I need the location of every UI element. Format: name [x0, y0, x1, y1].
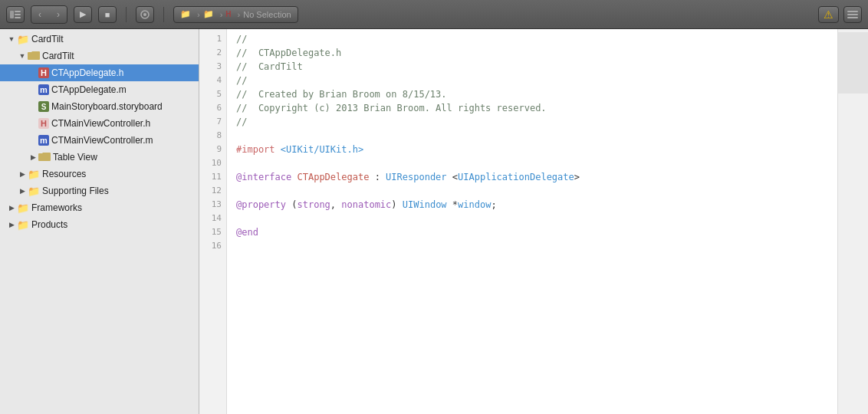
- tree-arrow[interactable]: ▼: [6, 34, 17, 44]
- sidebar: ▼📁CardTilt▼CardTiltHCTAppDelegate.hmCTAp…: [0, 29, 199, 414]
- folder-icon: 📁: [28, 185, 40, 197]
- m-file-icon: m: [38, 84, 49, 95]
- line-number: 6: [199, 101, 222, 115]
- breadcrumb-sep2: ›: [220, 10, 223, 19]
- code-line: [236, 129, 828, 143]
- code-line: @property (strong, nonatomic) UIWindow *…: [236, 198, 828, 212]
- line-number: 1: [199, 32, 222, 46]
- line-number: 4: [199, 74, 222, 87]
- line-number: 14: [199, 212, 222, 225]
- run-button[interactable]: ▶: [74, 6, 92, 23]
- c-comment: //: [236, 34, 247, 44]
- tree-item-label: Resources: [42, 169, 86, 179]
- navigator-toggle[interactable]: [843, 6, 862, 23]
- svg-rect-6: [847, 11, 858, 12]
- code-line: // CardTilt: [236, 60, 828, 74]
- svg-rect-2: [15, 14, 21, 15]
- tree-item-label: CTMainViewController.m: [51, 135, 153, 146]
- folder-group-icon: [38, 151, 51, 163]
- code-line: // Created by Brian Broom on 8/15/13.: [236, 87, 828, 101]
- forward-button[interactable]: ›: [50, 6, 67, 23]
- breadcrumb-hfile-icon: H: [225, 10, 231, 18]
- tree-item-label: Products: [31, 219, 67, 230]
- h-file-icon: H: [38, 118, 49, 129]
- c-comment: // Copyright (c) 2013 Brian Broom. All r…: [236, 103, 547, 113]
- line-number: 13: [199, 198, 222, 212]
- sidebar-item-ctappdelegate-h[interactable]: HCTAppDelegate.h: [0, 64, 199, 81]
- c-comment: // CardTilt: [236, 61, 303, 72]
- c-preprocessor: #import: [236, 144, 275, 155]
- line-number: 2: [199, 46, 222, 60]
- tree-item-label: CardTilt: [31, 34, 64, 44]
- code-line: [236, 184, 828, 198]
- sidebar-item-ctmainviewcontroller-m[interactable]: mCTMainViewController.m: [0, 132, 199, 149]
- sidebar-toggle-button[interactable]: [6, 6, 25, 23]
- breadcrumb-selection: No Selection: [243, 10, 291, 19]
- tree-item-label: MainStoryboard.storyboard: [51, 101, 163, 112]
- code-token: (: [286, 199, 297, 210]
- svg-rect-7: [847, 14, 858, 15]
- code-token: ,: [330, 199, 341, 210]
- c-comment: //: [236, 117, 247, 127]
- sidebar-item-products[interactable]: ▶📁Products: [0, 216, 199, 233]
- tree-arrow[interactable]: ▶: [6, 202, 17, 213]
- folder-icon: 📁: [17, 219, 29, 231]
- sidebar-item-cardtilt-root[interactable]: ▼📁CardTilt: [0, 31, 199, 48]
- svg-rect-8: [847, 17, 858, 18]
- line-number: 9: [199, 143, 222, 156]
- stop-button[interactable]: ■: [98, 6, 117, 23]
- tree-arrow[interactable]: ▶: [17, 186, 28, 196]
- minimap-viewport: [838, 32, 868, 94]
- code-line: //: [236, 32, 828, 46]
- sidebar-item-supporting-files[interactable]: ▶📁Supporting Files: [0, 182, 199, 199]
- line-number: 15: [199, 225, 222, 239]
- code-token: *: [447, 199, 458, 210]
- sidebar-item-frameworks[interactable]: ▶📁Frameworks: [0, 199, 199, 216]
- toolbar: ‹ › ▶ ■ 📁 › 📁 › H › No Selection ⚠: [0, 0, 868, 29]
- code-line: #import <UIKit/UIKit.h>: [236, 143, 828, 156]
- c-property-name: window: [458, 199, 491, 210]
- tree-arrow[interactable]: ▼: [17, 51, 28, 61]
- svg-rect-3: [15, 17, 21, 18]
- sidebar-item-resources[interactable]: ▶📁Resources: [0, 166, 199, 182]
- warning-button[interactable]: ⚠: [818, 6, 839, 23]
- breadcrumb-bar[interactable]: 📁 › 📁 › H › No Selection: [173, 6, 298, 23]
- c-keyword: @end: [236, 227, 258, 238]
- minimap: [837, 29, 868, 414]
- line-number: 5: [199, 87, 222, 101]
- tree-arrow[interactable]: ▶: [17, 169, 28, 179]
- toolbar-divider: [126, 7, 127, 22]
- c-keyword: @property: [236, 199, 286, 210]
- main-area: ▼📁CardTilt▼CardTiltHCTAppDelegate.hmCTAp…: [0, 29, 868, 414]
- c-protocol: UIApplicationDelegate: [458, 172, 574, 182]
- line-numbers: 12345678910111213141516: [199, 29, 227, 414]
- editor-area: 12345678910111213141516 //// CTAppDelega…: [199, 29, 868, 414]
- toolbar-right: ⚠: [818, 6, 862, 23]
- sidebar-item-ctmainviewcontroller-h[interactable]: HCTMainViewController.h: [0, 115, 199, 132]
- sidebar-item-tableview[interactable]: ▶Table View: [0, 149, 199, 166]
- code-line: [236, 212, 828, 225]
- sidebar-item-cardtilt-group[interactable]: ▼CardTilt: [0, 48, 199, 64]
- tree-arrow[interactable]: ▶: [6, 219, 17, 230]
- line-number: 16: [199, 239, 222, 253]
- line-number: 11: [199, 170, 222, 184]
- c-comment: // CTAppDelegate.h: [236, 48, 341, 58]
- sidebar-item-ctappdelegate-m[interactable]: mCTAppDelegate.m: [0, 81, 199, 98]
- breadcrumb-sep3: ›: [238, 10, 241, 19]
- back-button[interactable]: ‹: [31, 6, 48, 23]
- scheme-button[interactable]: [136, 6, 154, 23]
- sidebar-item-mainstoryboard[interactable]: SMainStoryboard.storyboard: [0, 98, 199, 115]
- line-number: 8: [199, 129, 222, 143]
- tree-item-label: CTAppDelegate.m: [51, 84, 127, 95]
- folder-icon: 📁: [17, 202, 29, 214]
- tree-item-label: CTAppDelegate.h: [51, 67, 124, 78]
- line-number: 10: [199, 156, 222, 170]
- tree-item-label: CTMainViewController.h: [51, 118, 150, 129]
- code-content[interactable]: //// CTAppDelegate.h// CardTilt//// Crea…: [227, 29, 837, 414]
- breadcrumb-folder-icon: 📁: [180, 9, 191, 19]
- c-protocol: UIResponder: [386, 172, 446, 182]
- tree-item-label: CardTilt: [42, 51, 74, 61]
- code-token: ;: [491, 199, 496, 210]
- tree-arrow[interactable]: ▶: [28, 152, 38, 163]
- code-line: [236, 156, 828, 170]
